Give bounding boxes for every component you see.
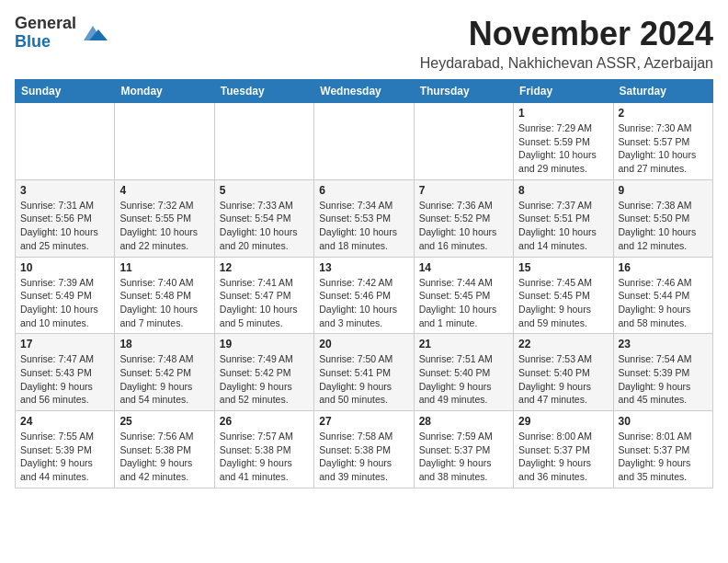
- calendar-cell: 13Sunrise: 7:42 AM Sunset: 5:46 PM Dayli…: [314, 257, 414, 334]
- month-title: November 2024: [420, 15, 713, 53]
- calendar-cell: 24Sunrise: 7:55 AM Sunset: 5:39 PM Dayli…: [16, 411, 115, 488]
- calendar-cell: 17Sunrise: 7:47 AM Sunset: 5:43 PM Dayli…: [16, 334, 115, 411]
- day-info: Sunrise: 7:34 AM Sunset: 5:53 PM Dayligh…: [319, 199, 408, 253]
- weekday-header-sunday: Sunday: [16, 80, 115, 103]
- calendar-cell: 9Sunrise: 7:38 AM Sunset: 5:50 PM Daylig…: [613, 179, 712, 257]
- day-info: Sunrise: 7:38 AM Sunset: 5:50 PM Dayligh…: [619, 199, 708, 253]
- calendar-cell: [16, 103, 115, 180]
- calendar-cell: 1Sunrise: 7:29 AM Sunset: 5:59 PM Daylig…: [514, 103, 613, 180]
- day-number: 8: [518, 184, 608, 197]
- day-info: Sunrise: 7:55 AM Sunset: 5:39 PM Dayligh…: [20, 430, 109, 484]
- calendar-week-1: 1Sunrise: 7:29 AM Sunset: 5:59 PM Daylig…: [16, 103, 713, 180]
- day-info: Sunrise: 7:42 AM Sunset: 5:46 PM Dayligh…: [319, 276, 408, 330]
- logo-line1: General: [15, 15, 76, 33]
- day-number: 11: [119, 261, 209, 274]
- day-number: 29: [518, 415, 608, 428]
- day-number: 13: [319, 261, 408, 274]
- calendar-cell: 5Sunrise: 7:33 AM Sunset: 5:54 PM Daylig…: [214, 179, 313, 257]
- calendar-cell: 7Sunrise: 7:36 AM Sunset: 5:52 PM Daylig…: [414, 179, 513, 257]
- calendar-table: SundayMondayTuesdayWednesdayThursdayFrid…: [15, 79, 713, 488]
- day-info: Sunrise: 7:49 AM Sunset: 5:42 PM Dayligh…: [220, 352, 309, 407]
- calendar-week-3: 10Sunrise: 7:39 AM Sunset: 5:49 PM Dayli…: [16, 257, 713, 334]
- day-info: Sunrise: 7:33 AM Sunset: 5:54 PM Dayligh…: [220, 199, 309, 253]
- calendar-cell: 25Sunrise: 7:56 AM Sunset: 5:38 PM Dayli…: [115, 411, 214, 488]
- calendar-cell: 19Sunrise: 7:49 AM Sunset: 5:42 PM Dayli…: [214, 334, 313, 411]
- weekday-header-wednesday: Wednesday: [314, 80, 414, 103]
- logo-icon: [80, 22, 108, 44]
- weekday-header-thursday: Thursday: [414, 80, 513, 103]
- calendar-cell: 20Sunrise: 7:50 AM Sunset: 5:41 PM Dayli…: [314, 334, 414, 411]
- day-number: 5: [220, 184, 309, 197]
- calendar-cell: 23Sunrise: 7:54 AM Sunset: 5:39 PM Dayli…: [613, 334, 712, 411]
- calendar-cell: 4Sunrise: 7:32 AM Sunset: 5:55 PM Daylig…: [115, 179, 214, 257]
- calendar-cell: 29Sunrise: 8:00 AM Sunset: 5:37 PM Dayli…: [514, 411, 613, 488]
- day-number: 25: [119, 415, 209, 428]
- day-number: 6: [319, 184, 408, 197]
- day-number: 7: [419, 184, 508, 197]
- calendar-cell: 2Sunrise: 7:30 AM Sunset: 5:57 PM Daylig…: [613, 103, 712, 180]
- day-info: Sunrise: 7:36 AM Sunset: 5:52 PM Dayligh…: [419, 199, 508, 253]
- calendar-body: 1Sunrise: 7:29 AM Sunset: 5:59 PM Daylig…: [16, 103, 713, 488]
- logo: General Blue: [15, 15, 108, 52]
- calendar-cell: 28Sunrise: 7:59 AM Sunset: 5:37 PM Dayli…: [414, 411, 513, 488]
- day-number: 23: [619, 338, 708, 350]
- day-info: Sunrise: 7:50 AM Sunset: 5:41 PM Dayligh…: [319, 352, 408, 407]
- day-info: Sunrise: 7:39 AM Sunset: 5:49 PM Dayligh…: [20, 276, 109, 330]
- day-number: 2: [619, 107, 708, 120]
- day-number: 28: [419, 415, 508, 428]
- calendar-week-2: 3Sunrise: 7:31 AM Sunset: 5:56 PM Daylig…: [16, 179, 713, 257]
- day-info: Sunrise: 7:56 AM Sunset: 5:38 PM Dayligh…: [119, 430, 209, 484]
- calendar-cell: 8Sunrise: 7:37 AM Sunset: 5:51 PM Daylig…: [514, 179, 613, 257]
- location-subtitle: Heydarabad, Nakhichevan ASSR, Azerbaijan: [420, 55, 713, 72]
- calendar-cell: 14Sunrise: 7:44 AM Sunset: 5:45 PM Dayli…: [414, 257, 513, 334]
- calendar-cell: 11Sunrise: 7:40 AM Sunset: 5:48 PM Dayli…: [115, 257, 214, 334]
- weekday-header-tuesday: Tuesday: [214, 80, 313, 103]
- day-info: Sunrise: 7:30 AM Sunset: 5:57 PM Dayligh…: [619, 121, 708, 176]
- calendar-cell: 3Sunrise: 7:31 AM Sunset: 5:56 PM Daylig…: [16, 179, 115, 257]
- calendar-cell: [414, 103, 513, 180]
- weekday-header-friday: Friday: [514, 80, 613, 103]
- calendar-cell: 30Sunrise: 8:01 AM Sunset: 5:37 PM Dayli…: [613, 411, 712, 488]
- day-number: 18: [119, 338, 209, 350]
- day-number: 20: [319, 338, 408, 350]
- day-number: 10: [20, 261, 109, 274]
- day-number: 1: [518, 107, 608, 120]
- day-info: Sunrise: 7:37 AM Sunset: 5:51 PM Dayligh…: [518, 199, 608, 253]
- day-info: Sunrise: 7:58 AM Sunset: 5:38 PM Dayligh…: [319, 430, 408, 484]
- calendar-cell: 21Sunrise: 7:51 AM Sunset: 5:40 PM Dayli…: [414, 334, 513, 411]
- day-number: 4: [119, 184, 209, 197]
- day-number: 26: [220, 415, 309, 428]
- day-info: Sunrise: 7:54 AM Sunset: 5:39 PM Dayligh…: [619, 352, 708, 407]
- day-info: Sunrise: 7:31 AM Sunset: 5:56 PM Dayligh…: [20, 199, 109, 253]
- day-info: Sunrise: 7:45 AM Sunset: 5:45 PM Dayligh…: [518, 276, 608, 330]
- calendar-week-5: 24Sunrise: 7:55 AM Sunset: 5:39 PM Dayli…: [16, 411, 713, 488]
- day-info: Sunrise: 7:47 AM Sunset: 5:43 PM Dayligh…: [20, 352, 109, 407]
- day-number: 14: [419, 261, 508, 274]
- day-number: 24: [20, 415, 109, 428]
- day-number: 17: [20, 338, 109, 350]
- calendar-header-row: SundayMondayTuesdayWednesdayThursdayFrid…: [16, 80, 713, 103]
- calendar-cell: [214, 103, 313, 180]
- calendar-cell: 15Sunrise: 7:45 AM Sunset: 5:45 PM Dayli…: [514, 257, 613, 334]
- day-info: Sunrise: 7:48 AM Sunset: 5:42 PM Dayligh…: [119, 352, 209, 407]
- day-number: 30: [619, 415, 708, 428]
- calendar-cell: 18Sunrise: 7:48 AM Sunset: 5:42 PM Dayli…: [115, 334, 214, 411]
- title-section: November 2024 Heydarabad, Nakhichevan AS…: [420, 15, 713, 72]
- calendar-cell: 26Sunrise: 7:57 AM Sunset: 5:38 PM Dayli…: [214, 411, 313, 488]
- logo-line2: Blue: [15, 33, 76, 52]
- day-info: Sunrise: 7:57 AM Sunset: 5:38 PM Dayligh…: [220, 430, 309, 484]
- day-info: Sunrise: 7:59 AM Sunset: 5:37 PM Dayligh…: [419, 430, 508, 484]
- day-info: Sunrise: 7:51 AM Sunset: 5:40 PM Dayligh…: [419, 352, 508, 407]
- calendar-cell: 22Sunrise: 7:53 AM Sunset: 5:40 PM Dayli…: [514, 334, 613, 411]
- day-number: 19: [220, 338, 309, 350]
- page-header: General Blue November 2024 Heydarabad, N…: [15, 15, 713, 72]
- calendar-week-4: 17Sunrise: 7:47 AM Sunset: 5:43 PM Dayli…: [16, 334, 713, 411]
- day-info: Sunrise: 7:40 AM Sunset: 5:48 PM Dayligh…: [119, 276, 209, 330]
- day-number: 16: [619, 261, 708, 274]
- day-number: 15: [518, 261, 608, 274]
- calendar-cell: 10Sunrise: 7:39 AM Sunset: 5:49 PM Dayli…: [16, 257, 115, 334]
- day-number: 12: [220, 261, 309, 274]
- day-number: 3: [20, 184, 109, 197]
- day-number: 21: [419, 338, 508, 350]
- calendar-cell: 6Sunrise: 7:34 AM Sunset: 5:53 PM Daylig…: [314, 179, 414, 257]
